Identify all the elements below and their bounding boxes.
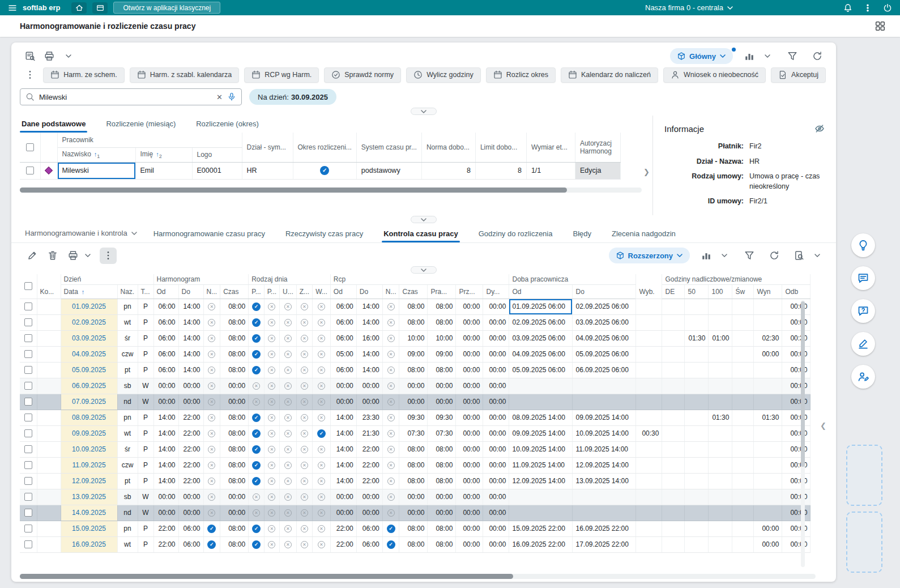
employee-row-checkbox[interactable] <box>26 167 34 174</box>
grid-cell-h_czas[interactable]: 08:00 <box>220 441 249 457</box>
grid-cell-r_czas[interactable]: 00:00 <box>399 378 428 394</box>
grid-cell-r_do[interactable]: 14:00 <box>356 346 382 362</box>
grid-cell-h_czas[interactable]: 08:00 <box>220 536 249 552</box>
grid-cell-odb[interactable]: 00:00 <box>782 346 811 362</box>
grid-cell-dy[interactable]: 00:00 <box>483 314 509 330</box>
grid-cell-dy[interactable]: 00:00 <box>483 330 509 346</box>
grid-row[interactable]: 04.09.2025czwP06:0014:0008:0005:0014:000… <box>20 346 811 362</box>
grid-cell-pra[interactable]: 08:00 <box>428 314 456 330</box>
grid-cell-r_do[interactable]: 14:00 <box>356 362 382 378</box>
grid-cell-de[interactable] <box>662 362 685 378</box>
grid-cell-date[interactable]: 05.09.2025 <box>61 362 117 378</box>
grid-cell-pra[interactable]: 08:00 <box>428 536 456 552</box>
grid-cell-dy[interactable]: 00:00 <box>483 473 509 489</box>
grid-cell-d_od[interactable] <box>509 505 573 521</box>
grid-cell-t[interactable]: W <box>138 489 153 505</box>
view-selector-rozszerzony[interactable]: Rozszerzony <box>609 248 690 263</box>
grid-column-header[interactable]: N... <box>382 284 399 299</box>
grid-cell-d_od[interactable] <box>509 394 573 410</box>
grid-cell-de[interactable] <box>662 410 685 425</box>
grid-cell-rd4[interactable] <box>313 521 331 536</box>
collapse-grid-section-button[interactable] <box>411 266 437 274</box>
grid-cell-h_od[interactable]: 00:00 <box>153 489 178 505</box>
action-button-wniosek-o-nieobecno-[interactable]: Wniosek o nieobecność <box>663 67 766 83</box>
grid-cell-date[interactable]: 03.09.2025 <box>61 330 117 346</box>
grid-cell-rd2[interactable] <box>280 441 297 457</box>
grid-cell-h_od[interactable]: 06:00 <box>153 362 178 378</box>
grid-cell-r_do[interactable]: 14:00 <box>356 314 382 330</box>
grid-cell-pra[interactable]: 00:00 <box>428 378 456 394</box>
grid-cell-dy[interactable]: 00:00 <box>483 521 509 536</box>
grid-cell-rd2[interactable] <box>280 394 297 410</box>
grid-cell-g100[interactable] <box>709 489 732 505</box>
grid-cell-d_od[interactable]: 04.09.2025 06:00 <box>509 346 573 362</box>
grid-cell-rd2[interactable] <box>280 457 297 473</box>
grid-cell-cb[interactable] <box>20 394 37 410</box>
grid-cell-h_do[interactable]: 00:00 <box>178 394 203 410</box>
grid-cell-rd4[interactable] <box>313 378 331 394</box>
grid-cell-rd1[interactable] <box>264 362 279 378</box>
employee-row[interactable]: Milewski Emil E00001 HR podstawowy 8 8 1… <box>20 162 620 179</box>
grid-cell-sw[interactable] <box>732 330 754 346</box>
grid-cell-h_n[interactable] <box>203 346 220 362</box>
grid-cell-ko[interactable] <box>37 314 61 330</box>
grid-cell-date[interactable]: 14.09.2025 <box>61 505 117 521</box>
grid-cell-sw[interactable] <box>732 378 754 394</box>
grid-cell-rd3[interactable] <box>296 314 312 330</box>
grid-cell-de[interactable] <box>662 441 685 457</box>
grid-column-header[interactable]: P... <box>249 284 264 299</box>
view-selector-glowny[interactable]: Główny <box>670 48 733 64</box>
apps-grid-icon[interactable] <box>875 21 885 31</box>
grid-cell-cb[interactable] <box>20 521 37 536</box>
grid-cell-rd0[interactable] <box>249 394 264 410</box>
grid-cell-t[interactable]: P <box>138 521 153 536</box>
grid-cell-g100[interactable] <box>709 536 732 552</box>
grid-cell-h_do[interactable]: 14:00 <box>178 299 203 314</box>
grid-cell-rd0[interactable] <box>249 378 264 394</box>
grid-column-header[interactable]: Z... <box>296 284 312 299</box>
grid-cell-ko[interactable] <box>37 410 61 425</box>
grid-cell-rd4[interactable] <box>313 489 331 505</box>
tab-rozliczenie-okres-[interactable]: Rozliczenie (okres) <box>194 116 261 133</box>
col-header-dzial[interactable]: Dział - sym... <box>242 133 293 162</box>
grid-cell-r_od[interactable]: 05:00 <box>330 346 356 362</box>
grid-cell-t[interactable]: P <box>138 314 153 330</box>
notifications-bell-icon[interactable] <box>843 3 852 12</box>
grid-cell-rd4[interactable] <box>313 441 331 457</box>
grid-cell-rd0[interactable] <box>249 410 264 425</box>
grid-cell-r_od[interactable]: 06:00 <box>330 362 356 378</box>
grid-cell-odb[interactable]: 00:00 <box>782 505 811 521</box>
grid-cell-r_od[interactable]: 22:00 <box>330 521 356 536</box>
grid-cell-ko[interactable] <box>37 457 61 473</box>
grid-cell-g50[interactable] <box>685 299 709 314</box>
grid-cell-odb[interactable]: 00:00 <box>782 489 811 505</box>
row-checkbox[interactable] <box>24 398 32 406</box>
grid-cell-rd3[interactable] <box>296 489 312 505</box>
grid-cell-wyb[interactable] <box>636 330 662 346</box>
grid-cell-pra[interactable]: 09:30 <box>428 410 456 425</box>
grid-cell-de[interactable] <box>662 330 685 346</box>
grid-cell-rd0[interactable] <box>249 457 264 473</box>
grid-cell-pra[interactable]: 09:00 <box>428 346 456 362</box>
grid-cell-d_do[interactable]: 11.09.2025 14:00 <box>573 441 636 457</box>
grid-cell-rd4[interactable] <box>313 410 331 425</box>
grid-cell-rd4[interactable] <box>313 536 331 552</box>
grid-column-header[interactable]: Do <box>356 284 382 299</box>
grid-cell-r_do[interactable]: 22:00 <box>356 473 382 489</box>
grid-cell-rd3[interactable] <box>296 505 312 521</box>
grid-row[interactable]: 09.09.2025wtP14:0022:0008:0014:0021:3007… <box>20 425 811 441</box>
grid-cell-r_czas[interactable]: 00:00 <box>399 394 428 410</box>
grid-cell-r_n[interactable] <box>382 489 399 505</box>
edit-button[interactable] <box>24 248 41 263</box>
grid-cell-rd0[interactable] <box>249 521 264 536</box>
grid-cell-g50[interactable] <box>685 378 709 394</box>
grid-cell-rd1[interactable] <box>264 346 279 362</box>
grid-cell-cb[interactable] <box>20 362 37 378</box>
grid-cell-pra[interactable]: 00:00 <box>428 505 456 521</box>
grid-cell-h_n[interactable] <box>203 314 220 330</box>
grid-hscrollbar[interactable] <box>20 574 816 579</box>
microphone-icon[interactable] <box>227 92 236 101</box>
grid-cell-wyb[interactable] <box>636 362 662 378</box>
row-checkbox[interactable] <box>24 540 32 548</box>
grid-cell-g100[interactable] <box>709 378 732 394</box>
